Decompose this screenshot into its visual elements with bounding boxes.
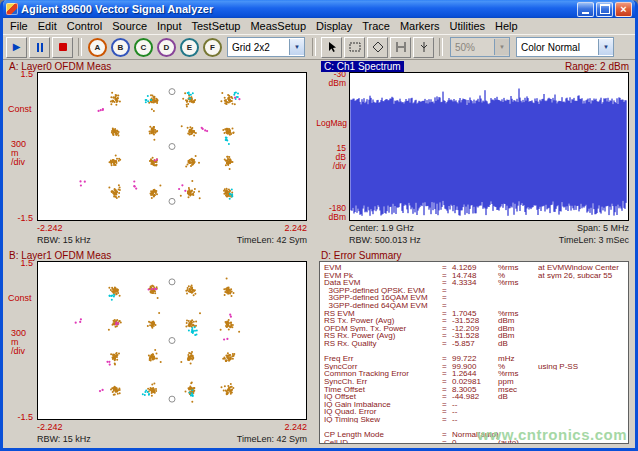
error-summary-row: EVM=4.1269%rmsat EVMWindow Center — [324, 264, 628, 272]
menu-item-meassetup[interactable]: MeasSetup — [245, 19, 311, 33]
play-icon: ▶ — [13, 42, 21, 52]
pause-button[interactable] — [29, 37, 50, 58]
error-summary-row: SyncCorr=99.900%using P-SS — [324, 363, 628, 371]
trace-d-button[interactable]: D — [157, 38, 176, 57]
maximize-button[interactable] — [596, 2, 613, 17]
color-mode-select[interactable]: Color Normal ▼ — [516, 37, 614, 57]
x-min-label: -2.242 — [37, 223, 63, 233]
toolbar-separator — [312, 38, 316, 56]
error-summary-box: EVM=4.1269%rmsat EVMWindow CenterEVM Pk=… — [319, 261, 629, 444]
offset-marker-button[interactable] — [413, 37, 434, 58]
menu-item-testsetup[interactable]: TestSetup — [187, 19, 246, 33]
constellation-plot-b[interactable] — [37, 261, 307, 420]
pointer-tool-button[interactable] — [321, 37, 342, 58]
error-summary-row — [324, 348, 628, 356]
minimize-button[interactable] — [577, 2, 594, 17]
panel-d-title[interactable]: D: Error Summary — [321, 250, 402, 261]
trace-f-button[interactable]: F — [203, 38, 222, 57]
error-summary-row: RS Rx. Power (Avg)=-31.528dBm — [324, 332, 628, 340]
menu-item-help[interactable]: Help — [490, 19, 523, 33]
menu-bar: File Edit Control Source Input TestSetup… — [3, 18, 635, 34]
timelen-readout: TimeLen: 42 Sym — [237, 434, 307, 444]
pause-icon — [37, 43, 43, 52]
menu-item-control[interactable]: Control — [62, 19, 107, 33]
error-summary-row: SyncCh. Err=0.02981ppm — [324, 378, 628, 386]
error-summary-row: RS Tx. Power (Avg)=-31.528dBm — [324, 317, 628, 325]
grid-layout-value: Grid 2x2 — [232, 42, 285, 53]
menu-item-display[interactable]: Display — [311, 19, 357, 33]
rbw-readout: RBW: 15 kHz — [37, 235, 91, 245]
error-summary-row: Time Offset=8.3005msec — [324, 386, 628, 394]
error-summary-row: 3GPP-defined QPSK. EVM= — [324, 287, 628, 295]
watermark: www.cntronics.com — [477, 426, 627, 443]
error-summary-row: IQ Timing Skew=-- — [324, 416, 628, 424]
error-summary-row: RS EVM=1.7045%rms — [324, 310, 628, 318]
band-marker-button[interactable] — [390, 37, 411, 58]
maximize-icon — [600, 4, 610, 14]
timelen-readout: TimeLen: 3 mSec — [559, 235, 629, 245]
app-icon — [6, 3, 18, 15]
error-summary-row: OFDM Sym. Tx. Power=-12.209dBm — [324, 325, 628, 333]
error-summary-row: Freq Err=99.722mHz — [324, 355, 628, 363]
cursor-icon — [327, 41, 337, 53]
zoom-level-value: 50% — [455, 42, 490, 53]
close-icon: × — [620, 4, 626, 15]
panel-b-title[interactable]: B: Layer1 OFDM Meas — [9, 250, 111, 261]
restart-button[interactable]: ▶ — [6, 37, 27, 58]
toolbar: ▶ A B C D E F Grid 2x2 ▼ 50% — [3, 34, 635, 60]
x-min-label: -2.242 — [37, 422, 63, 432]
grid-layout-select[interactable]: Grid 2x2 ▼ — [227, 37, 305, 57]
toolbar-separator — [78, 38, 82, 56]
marker-diamond-button[interactable] — [367, 37, 388, 58]
chevron-down-icon: ▼ — [494, 39, 509, 55]
error-summary-row: EVM Pk=14.748%at sym 26, subcar 55 — [324, 272, 628, 280]
y-axis-label: Const — [8, 293, 32, 303]
bottom-level-label: -180 dBm — [315, 204, 346, 222]
timelen-readout: TimeLen: 42 Sym — [237, 235, 307, 245]
titlebar[interactable]: Agilent 89600 Vector Signal Analyzer × — [3, 0, 635, 18]
menu-item-input[interactable]: Input — [152, 19, 186, 33]
toolbar-separator — [439, 38, 443, 56]
spectrum-plot[interactable] — [349, 72, 629, 221]
zoom-box-tool-button[interactable] — [344, 37, 365, 58]
chevron-down-icon: ▼ — [598, 39, 613, 55]
rbw-readout: RBW: 15 kHz — [37, 434, 91, 444]
y-scale-per-div: 300 m /div — [11, 140, 26, 167]
trace-e-button[interactable]: E — [180, 38, 199, 57]
offset-marker-icon — [418, 41, 430, 53]
range-readout: Range: 2 dBm — [565, 61, 629, 72]
menu-item-source[interactable]: Source — [107, 19, 152, 33]
zoom-level-select[interactable]: 50% ▼ — [450, 37, 510, 57]
error-summary-row: Data EVM=4.3334%rms — [324, 279, 628, 287]
db-per-div-label: 15 dB /div — [315, 144, 346, 171]
x-max-label: 2.242 — [284, 223, 307, 233]
diamond-marker-icon — [372, 41, 384, 53]
trace-c-button[interactable]: C — [134, 38, 153, 57]
measurement-grid: A: Layer0 OFDM Meas 1.5 Const 300 m /div… — [3, 60, 635, 448]
menu-item-trace[interactable]: Trace — [357, 19, 395, 33]
menu-item-utilities[interactable]: Utilities — [445, 19, 490, 33]
y-scale-per-div: 300 m /div — [11, 329, 26, 356]
panel-a-title[interactable]: A: Layer0 OFDM Meas — [9, 61, 111, 72]
color-mode-value: Color Normal — [521, 42, 594, 53]
panel-c-title[interactable]: C: Ch1 Spectrum — [321, 61, 404, 72]
span-readout: Span: 5 MHz — [577, 223, 629, 233]
chevron-down-icon: ▼ — [289, 39, 304, 55]
constellation-plot-a[interactable] — [37, 72, 307, 221]
menu-item-markers[interactable]: Markers — [395, 19, 445, 33]
menu-item-edit[interactable]: Edit — [33, 19, 62, 33]
close-button[interactable]: × — [615, 2, 632, 17]
band-marker-icon — [395, 41, 407, 53]
trace-a-button[interactable]: A — [88, 38, 107, 57]
window-title: Agilent 89600 Vector Signal Analyzer — [21, 3, 574, 15]
menu-item-file[interactable]: File — [5, 19, 33, 33]
center-freq-readout: Center: 1.9 GHz — [349, 223, 414, 233]
panel-c: C: Ch1 Spectrum Range: 2 dBm -30 dBm Log… — [315, 60, 635, 249]
record-button[interactable] — [52, 37, 73, 58]
scale-type-label: LogMag — [315, 118, 347, 128]
error-summary-row: IQ Gain Imbalance=-- — [324, 401, 628, 409]
trace-b-button[interactable]: B — [111, 38, 130, 57]
panel-b: B: Layer1 OFDM Meas 1.5 Const 300 m /div… — [3, 249, 315, 448]
minimize-icon — [582, 12, 589, 14]
error-summary-row: IQ Offset=-44.982dB — [324, 393, 628, 401]
